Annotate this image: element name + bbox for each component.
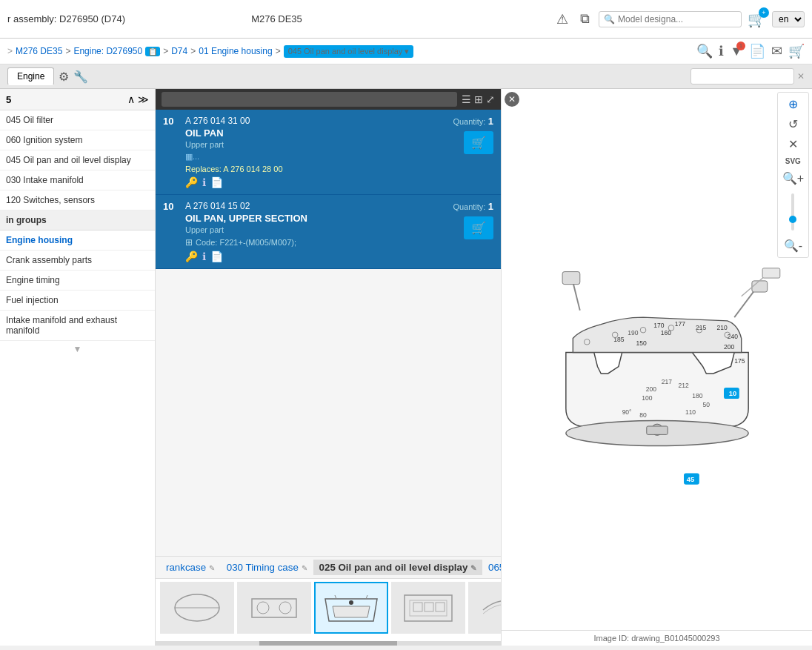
thumb-tab-oil-pan[interactable]: 025 Oil pan and oil level display ✎ — [313, 560, 482, 575]
sidebar-group-fuel-label: Fuel injection — [6, 295, 59, 305]
clone-icon[interactable]: ⧉ — [577, 8, 593, 30]
zoom-in-tool[interactable]: 🔍+ — [781, 170, 805, 187]
breadcrumb-engine[interactable]: Engine: D276950 — [73, 46, 142, 56]
part-2-name: OIL PAN, UPPER SECTION — [185, 213, 412, 224]
info-icon[interactable]: ℹ — [719, 43, 724, 59]
thumb-img-3[interactable] — [314, 582, 388, 634]
sidebar-expand-btn[interactable]: ≫ — [138, 93, 149, 105]
history-tool[interactable]: ↺ — [781, 116, 805, 133]
grid-view-icon[interactable]: ⊞ — [474, 93, 483, 105]
language-select[interactable]: en de fr — [772, 11, 805, 27]
cart-badge: + — [759, 7, 769, 18]
expand-view-icon[interactable]: ⤢ — [486, 93, 495, 105]
tab-search-box: ✕ — [690, 68, 805, 84]
sidebar-item-switches[interactable]: 120 Switches, sensors — [0, 190, 155, 210]
zoom-icon[interactable]: 🔍 — [696, 43, 713, 59]
part-1-key-icon[interactable]: 🔑 — [185, 176, 198, 188]
breadcrumb-engine-housing[interactable]: 01 Engine housing — [199, 46, 272, 56]
svg-rect-20 — [562, 272, 580, 285]
svg-tool[interactable]: SVG — [781, 156, 805, 167]
sidebar-item-intake[interactable]: 030 Intake manifold — [0, 170, 155, 190]
tab-engine-label: Engine — [17, 71, 44, 82]
sidebar-group-crank[interactable]: Crank assembly parts — [0, 251, 155, 271]
breadcrumb-d74[interactable]: D74 — [171, 46, 187, 56]
scroll-slider — [781, 190, 805, 234]
tab-search-close[interactable]: ✕ — [797, 71, 805, 82]
list-view-icon[interactable]: ☰ — [462, 93, 471, 105]
thumb-img-2[interactable] — [237, 582, 311, 634]
sidebar-item-oil-filter[interactable]: 045 Oil filter — [0, 110, 155, 130]
part-2-grid-icon: ⊞ — [185, 237, 193, 248]
diagram-area: ✕ 150 1 — [502, 89, 812, 630]
part-1-qty-label: Quantity: 1 — [453, 116, 493, 127]
sidebar-group-fuel[interactable]: Fuel injection — [0, 291, 155, 311]
svg-text:110: 110 — [685, 408, 695, 416]
sidebar-scroll-indicator: ▼ — [0, 341, 155, 357]
part-2-add-to-cart[interactable]: 🛒 — [464, 216, 493, 239]
image-panel: ✕ 150 1 — [501, 89, 812, 646]
parts-search-input[interactable] — [162, 92, 457, 107]
slider-thumb[interactable] — [789, 216, 796, 223]
svg-text:240: 240 — [727, 333, 737, 340]
part-1-doc-icon[interactable]: 📄 — [210, 176, 223, 188]
sidebar-group-manifold[interactable]: Intake manifold and exhaust manifold — [0, 311, 155, 341]
model-search-input[interactable] — [618, 14, 736, 24]
thumb-tab-0-edit[interactable]: ✎ — [209, 564, 215, 572]
tab-wrench-icon[interactable]: 🔧 — [73, 70, 88, 84]
thumb-tab-timing[interactable]: 030 Timing case ✎ — [221, 560, 313, 575]
part-2-qty-value: 1 — [488, 201, 493, 212]
part-2-doc-icon[interactable]: 📄 — [210, 251, 223, 262]
thumb-tab-cylinder[interactable]: 065 Cylinder head and gasket kit ✎ — [482, 560, 501, 575]
sidebar-group-engine-housing[interactable]: Engine housing — [0, 231, 155, 251]
current-section-dropdown[interactable]: 045 Oil pan and oil level display ▾ — [284, 45, 414, 58]
svg-text:150: 150 — [636, 339, 646, 347]
sidebar-item-switches-label: 120 Switches, sensors — [6, 195, 95, 205]
center-content: ☰ ⊞ ⤢ 10 A 276 014 31 00 OIL PAN Upper p… — [156, 89, 501, 646]
email-icon[interactable]: ✉ — [771, 43, 782, 59]
document-icon[interactable]: 📄 — [749, 43, 765, 59]
crosshair-tool[interactable]: ⊕ — [781, 96, 805, 113]
part-1-info-icon[interactable]: ℹ — [202, 176, 206, 188]
search-icon: 🔍 — [604, 14, 615, 24]
part-1-replaces: Replaces: A 276 014 28 00 — [185, 165, 412, 173]
part-2-right: Quantity: 1 🛒 — [419, 201, 493, 239]
cart-bc-icon[interactable]: 🛒 — [788, 43, 805, 59]
thumb-tab-crankcase[interactable]: rankcase ✎ — [160, 560, 221, 575]
tab-search-input[interactable] — [690, 68, 794, 84]
dropdown-chevron: ▾ — [405, 47, 409, 56]
close-tool[interactable]: ✕ — [781, 136, 805, 153]
svg-text:100: 100 — [642, 394, 652, 402]
part-1-right: Quantity: 1 🛒 — [419, 116, 493, 154]
thumb-img-1[interactable] — [160, 582, 234, 634]
part-2-actions: 🔑 ℹ 📄 — [185, 251, 412, 262]
top-icons: ⚠ ⧉ 🔍 🛒 + en de fr — [553, 8, 805, 30]
zoom-out-tool[interactable]: 🔍- — [781, 237, 805, 254]
sidebar-item-oil-pan[interactable]: 045 Oil pan and oil level display — [0, 150, 155, 170]
thumb-tab-2-edit[interactable]: ✎ — [470, 564, 476, 572]
svg-rect-10 — [413, 603, 422, 611]
sidebar-group-timing[interactable]: Engine timing — [0, 271, 155, 291]
warning-icon[interactable]: ⚠ — [553, 8, 571, 30]
tab-settings-icon[interactable]: ⚙ — [59, 70, 69, 84]
breadcrumb-m276[interactable]: M276 DE35 — [16, 46, 62, 56]
scrollbar-thumb[interactable] — [259, 641, 397, 646]
image-id-bar: Image ID: drawing_B01045000293 — [502, 630, 812, 646]
horizontal-scrollbar[interactable] — [156, 641, 501, 646]
part-2-info-icon[interactable]: ℹ — [202, 251, 206, 262]
thumb-img-5[interactable] — [468, 582, 501, 634]
close-panel-btn[interactable]: ✕ — [505, 92, 519, 107]
part-1-actions: 🔑 ℹ 📄 — [185, 176, 412, 188]
part-2-code-text: Code: F221+-(M005/M007); — [196, 238, 296, 247]
part-item-2: 10 A 276 014 15 02 OIL PAN, UPPER SECTIO… — [156, 195, 501, 269]
assembly-title: r assembly: D276950 (D74) — [7, 13, 244, 24]
cart-button[interactable]: 🛒 + — [748, 10, 766, 28]
sidebar-collapse-btn[interactable]: ∧ — [127, 93, 135, 105]
part-1-add-to-cart[interactable]: 🛒 — [464, 131, 493, 154]
thumb-img-4[interactable] — [391, 582, 465, 634]
svg-rect-11 — [425, 603, 433, 611]
tab-engine[interactable]: Engine — [7, 67, 54, 85]
sidebar-item-ignition[interactable]: 060 Ignition system — [0, 130, 155, 150]
sidebar-group-engine-housing-label: Engine housing — [6, 235, 73, 245]
thumb-tab-1-edit[interactable]: ✎ — [302, 564, 307, 572]
part-2-key-icon[interactable]: 🔑 — [185, 251, 198, 262]
